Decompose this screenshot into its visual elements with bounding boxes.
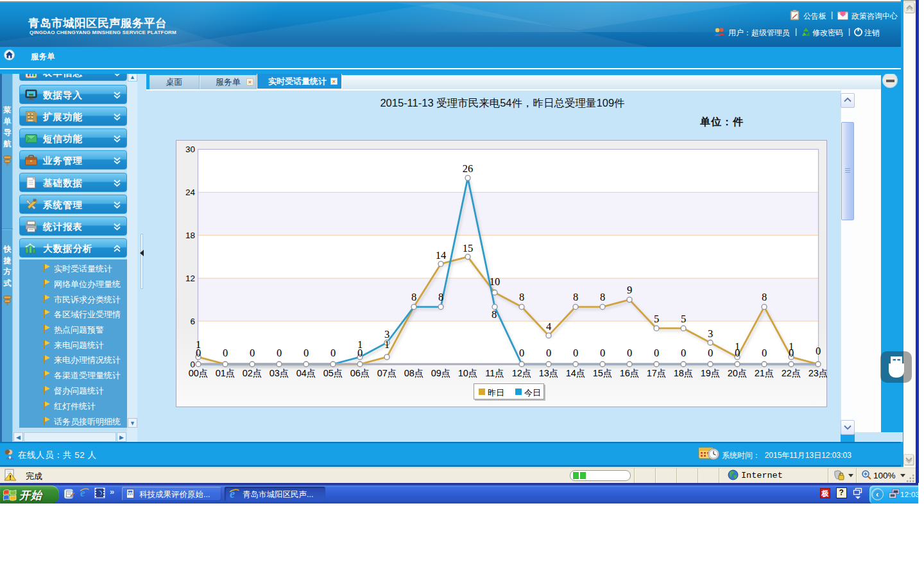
svg-text:0: 0 <box>789 347 794 359</box>
svg-text:0: 0 <box>573 347 578 359</box>
svg-text:02点: 02点 <box>243 368 262 378</box>
svg-text:8: 8 <box>573 291 578 303</box>
svg-text:08点: 08点 <box>404 368 424 378</box>
svg-text:0: 0 <box>250 347 255 359</box>
svg-text:23点: 23点 <box>809 368 827 378</box>
svg-text:0: 0 <box>681 347 686 359</box>
svg-text:03点: 03点 <box>270 368 289 378</box>
svg-text:0: 0 <box>600 347 605 359</box>
svg-text:15: 15 <box>463 242 474 254</box>
svg-text:22点: 22点 <box>782 368 801 378</box>
svg-text:0: 0 <box>330 347 336 359</box>
svg-text:07点: 07点 <box>377 368 397 378</box>
svg-text:0: 0 <box>519 347 524 359</box>
svg-text:17点: 17点 <box>647 368 667 378</box>
svg-text:18点: 18点 <box>674 368 694 378</box>
svg-text:14点: 14点 <box>566 368 586 378</box>
svg-text:24: 24 <box>185 188 196 197</box>
svg-text:8: 8 <box>438 291 443 303</box>
svg-text:0: 0 <box>277 347 282 359</box>
svg-text:10点: 10点 <box>458 368 478 378</box>
svg-text:W: W <box>128 491 133 496</box>
svg-text:0: 0 <box>304 347 309 359</box>
svg-text:14: 14 <box>436 249 447 261</box>
svg-text:1: 1 <box>384 338 389 351</box>
svg-text:16点: 16点 <box>620 368 640 378</box>
svg-text:00点: 00点 <box>189 368 209 378</box>
svg-text:09点: 09点 <box>431 368 451 378</box>
svg-text:3: 3 <box>708 328 713 340</box>
svg-text:8: 8 <box>762 291 767 303</box>
svg-text:8: 8 <box>600 291 605 303</box>
svg-text:0: 0 <box>708 347 713 359</box>
svg-text:4: 4 <box>546 320 551 333</box>
svg-text:05点: 05点 <box>323 368 343 378</box>
svg-text:18: 18 <box>185 231 195 240</box>
svg-text:19点: 19点 <box>701 368 721 378</box>
svg-text:5: 5 <box>654 313 659 325</box>
svg-text:0: 0 <box>627 347 632 359</box>
svg-text:6: 6 <box>190 317 195 326</box>
svg-text:26: 26 <box>463 162 474 175</box>
svg-text:04点: 04点 <box>296 368 316 378</box>
svg-text:15点: 15点 <box>593 368 613 378</box>
svg-text:0: 0 <box>735 347 740 359</box>
svg-text:30: 30 <box>185 144 195 154</box>
svg-text:8: 8 <box>411 291 416 303</box>
svg-text:0: 0 <box>223 347 228 359</box>
svg-text:20点: 20点 <box>728 368 748 378</box>
svg-text:11点: 11点 <box>485 368 504 378</box>
svg-text:9: 9 <box>627 284 632 296</box>
svg-text:8: 8 <box>519 291 524 303</box>
svg-text:0: 0 <box>196 347 201 359</box>
svg-text:0: 0 <box>546 347 551 359</box>
svg-text:5: 5 <box>681 313 686 325</box>
svg-text:12: 12 <box>185 274 195 283</box>
svg-text:极: 极 <box>821 489 830 497</box>
svg-text:0: 0 <box>357 347 363 359</box>
svg-text:8: 8 <box>492 308 497 320</box>
svg-text:10: 10 <box>490 276 501 288</box>
svg-text:0: 0 <box>654 347 659 359</box>
svg-text:0: 0 <box>762 347 767 359</box>
svg-text:01点: 01点 <box>216 368 235 378</box>
svg-text:13点: 13点 <box>539 368 559 378</box>
svg-text:21点: 21点 <box>755 368 774 378</box>
svg-text:06点: 06点 <box>350 368 370 378</box>
svg-text:0: 0 <box>816 345 821 357</box>
svg-text:12点: 12点 <box>512 368 532 378</box>
